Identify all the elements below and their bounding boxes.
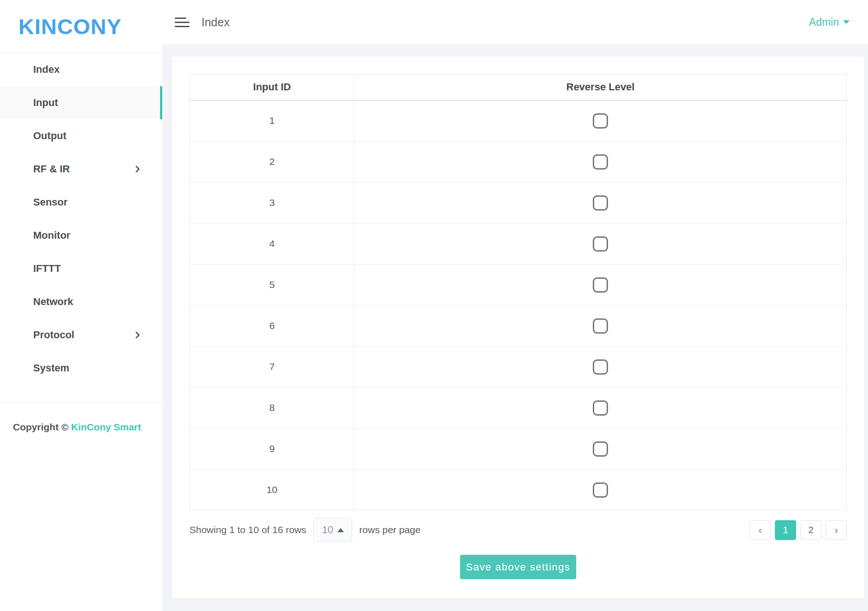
table-row: 4 bbox=[190, 223, 847, 264]
settings-card: Input ID Reverse Level 1 2 3 4 5 bbox=[172, 57, 864, 598]
caret-down-icon bbox=[843, 20, 850, 24]
rows-per-page-label: rows per page bbox=[359, 524, 420, 535]
reverse-level-cell bbox=[354, 182, 847, 223]
table-row: 1 bbox=[190, 100, 847, 141]
page-size-dropdown[interactable]: 10 bbox=[313, 518, 352, 542]
save-row: Save above settings bbox=[189, 555, 847, 579]
reverse-level-cell bbox=[354, 306, 847, 347]
reverse-level-cell bbox=[354, 347, 847, 388]
sidebar-item-monitor[interactable]: Monitor bbox=[0, 219, 162, 252]
input-id-cell: 6 bbox=[190, 306, 354, 347]
hamburger-bar bbox=[175, 22, 189, 23]
column-header-input-id: Input ID bbox=[190, 75, 354, 100]
save-button[interactable]: Save above settings bbox=[460, 555, 576, 579]
content-area: Input ID Reverse Level 1 2 3 4 5 bbox=[162, 44, 868, 598]
chevron-right-icon bbox=[133, 164, 142, 174]
reverse-level-checkbox[interactable] bbox=[593, 400, 608, 416]
sidebar-item-label: Output bbox=[33, 130, 66, 142]
reverse-level-checkbox[interactable] bbox=[593, 441, 608, 457]
sidebar-item-input[interactable]: Input bbox=[0, 86, 162, 119]
sidebar: KINCONY Index Input Output RF & IR Senso… bbox=[0, 0, 162, 611]
reverse-level-checkbox[interactable] bbox=[593, 359, 608, 375]
reverse-level-checkbox[interactable] bbox=[593, 318, 608, 334]
input-id-cell: 3 bbox=[190, 182, 354, 223]
sidebar-item-system[interactable]: System bbox=[0, 352, 162, 385]
copyright-text: Copyright © bbox=[13, 422, 71, 432]
sidebar-item-label: Sensor bbox=[33, 196, 68, 208]
sidebar-item-label: Input bbox=[33, 97, 58, 109]
next-page-button[interactable]: › bbox=[826, 520, 847, 540]
table-row: 5 bbox=[190, 264, 847, 306]
kincony-smart-link[interactable]: KinCony Smart bbox=[71, 422, 141, 432]
copyright: Copyright © KinCony Smart bbox=[0, 402, 162, 433]
sidebar-item-label: Protocol bbox=[33, 329, 74, 341]
admin-label: Admin bbox=[809, 16, 839, 29]
prev-page-button[interactable]: ‹ bbox=[750, 520, 771, 540]
table-row: 2 bbox=[190, 141, 847, 182]
sidebar-item-protocol[interactable]: Protocol bbox=[0, 318, 162, 352]
sidebar-item-index[interactable]: Index bbox=[0, 53, 162, 86]
input-id-cell: 10 bbox=[190, 470, 354, 511]
reverse-level-checkbox[interactable] bbox=[593, 195, 608, 211]
top-bar: Index Admin bbox=[162, 0, 868, 44]
table-row: 7 bbox=[190, 347, 847, 388]
app-window: KINCONY Index Input Output RF & IR Senso… bbox=[0, 0, 868, 611]
reverse-level-cell bbox=[354, 429, 847, 470]
reverse-level-checkbox[interactable] bbox=[593, 236, 608, 252]
reverse-level-cell bbox=[354, 100, 847, 141]
row-count-summary: Showing 1 to 10 of 16 rows bbox=[189, 524, 306, 535]
hamburger-icon[interactable] bbox=[174, 16, 190, 29]
pagination-bar: Showing 1 to 10 of 16 rows 10 rows per p… bbox=[189, 518, 847, 542]
logo-container: KINCONY bbox=[0, 0, 162, 53]
input-table: Input ID Reverse Level 1 2 3 4 5 bbox=[189, 74, 847, 511]
table-row: 3 bbox=[190, 182, 847, 223]
input-id-cell: 4 bbox=[190, 223, 354, 264]
page-list: ‹ 12› bbox=[750, 520, 847, 540]
reverse-level-checkbox[interactable] bbox=[593, 277, 608, 293]
sidebar-item-rf-ir[interactable]: RF & IR bbox=[0, 153, 162, 186]
reverse-level-cell bbox=[354, 141, 847, 182]
sidebar-item-label: IFTTT bbox=[33, 263, 61, 275]
admin-menu[interactable]: Admin bbox=[809, 16, 850, 29]
header-row: Input ID Reverse Level bbox=[190, 75, 847, 100]
table-row: 8 bbox=[190, 388, 847, 429]
page-button-1[interactable]: 1 bbox=[775, 520, 796, 540]
sidebar-item-sensor[interactable]: Sensor bbox=[0, 186, 162, 219]
page-button-2[interactable]: 2 bbox=[800, 520, 821, 540]
reverse-level-checkbox[interactable] bbox=[593, 113, 608, 129]
sidebar-item-label: Network bbox=[33, 296, 73, 308]
reverse-level-checkbox[interactable] bbox=[593, 482, 608, 498]
reverse-level-cell bbox=[354, 470, 847, 511]
sidebar-item-label: Index bbox=[33, 64, 59, 76]
reverse-level-cell bbox=[354, 223, 847, 264]
kincony-logo: KINCONY bbox=[18, 14, 122, 39]
input-id-cell: 1 bbox=[190, 100, 354, 141]
input-id-cell: 9 bbox=[190, 429, 354, 470]
input-id-cell: 5 bbox=[190, 264, 354, 306]
main-column: Index Admin Input ID Reverse Level 1 bbox=[162, 0, 868, 611]
chevron-right-icon bbox=[133, 330, 142, 340]
table-row: 10 bbox=[190, 470, 847, 511]
sidebar-nav: Index Input Output RF & IR Sensor Monito… bbox=[0, 53, 162, 385]
page-size-value: 10 bbox=[322, 524, 333, 536]
column-header-reverse-level: Reverse Level bbox=[354, 75, 847, 100]
table-row: 6 bbox=[190, 306, 847, 347]
reverse-level-cell bbox=[354, 264, 847, 306]
hamburger-bar bbox=[175, 26, 189, 27]
sidebar-item-ifttt[interactable]: IFTTT bbox=[0, 252, 162, 285]
input-id-cell: 2 bbox=[190, 141, 354, 182]
sidebar-item-label: RF & IR bbox=[33, 163, 70, 175]
hamburger-bar bbox=[175, 18, 186, 19]
caret-up-icon bbox=[337, 528, 344, 532]
input-table-head: Input ID Reverse Level bbox=[190, 75, 847, 100]
sidebar-item-label: System bbox=[33, 362, 69, 374]
table-row: 9 bbox=[190, 429, 847, 470]
sidebar-item-network[interactable]: Network bbox=[0, 285, 162, 318]
reverse-level-cell bbox=[354, 388, 847, 429]
input-table-body: 1 2 3 4 5 6 7 8 bbox=[190, 100, 847, 511]
reverse-level-checkbox[interactable] bbox=[593, 154, 608, 170]
sidebar-item-label: Monitor bbox=[33, 229, 71, 241]
input-id-cell: 8 bbox=[190, 388, 354, 429]
sidebar-item-output[interactable]: Output bbox=[0, 119, 162, 153]
page-title: Index bbox=[201, 16, 230, 29]
